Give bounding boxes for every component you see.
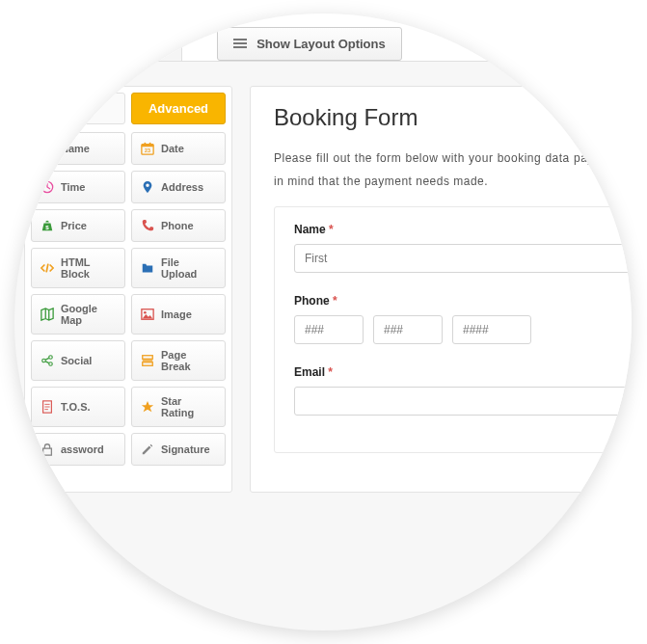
layout-button-label: Show Layout Options	[256, 37, 386, 51]
field-type-address[interactable]: Address	[131, 171, 226, 203]
field-type-label: Phone	[161, 220, 194, 231]
svg-text:$: $	[45, 224, 49, 230]
field-type-label: T.O.S.	[61, 401, 91, 413]
field-type-label: Social	[61, 355, 92, 366]
form-title: Booking Form	[274, 104, 632, 131]
field-type-label: Page Break	[161, 349, 217, 372]
field-type-date[interactable]: 23Date	[131, 132, 226, 165]
field-type-star-rating[interactable]: Star Rating	[131, 387, 226, 427]
field-type-label: Name	[61, 143, 90, 154]
svg-rect-15	[43, 448, 52, 455]
field-type-label: HTML Block	[61, 256, 117, 280]
field-type-phone[interactable]: Phone	[131, 209, 226, 242]
field-email: Email *	[294, 365, 632, 416]
field-phone: Phone *	[294, 294, 632, 344]
svg-rect-12	[143, 356, 153, 360]
top-bar: LD EDIT FIELD Show Layout Options	[14, 13, 632, 62]
field-type-html-block[interactable]: HTML Block	[31, 248, 125, 288]
svg-point-8	[144, 311, 147, 314]
field-type-t-o-s-[interactable]: T.O.S.	[31, 387, 125, 427]
upload-icon	[140, 260, 155, 276]
form-body: Name * Phone * Email *	[274, 206, 632, 453]
svg-point-10	[49, 356, 53, 360]
field-type-label: assword	[61, 443, 104, 455]
phone-label: Phone *	[294, 294, 632, 308]
form-preview: Booking Form Please fill out the form be…	[250, 86, 632, 493]
name-first-input[interactable]	[294, 244, 632, 273]
person-icon	[40, 141, 55, 156]
phone-icon	[140, 218, 155, 233]
star-icon	[140, 399, 155, 415]
field-type-assword[interactable]: assword	[31, 433, 125, 466]
phone-part3-input[interactable]	[452, 315, 531, 344]
price-icon: $	[40, 218, 55, 233]
form-description: Please fill out the form below with your…	[274, 147, 632, 206]
field-type-file-upload[interactable]: File Upload	[131, 248, 226, 288]
palette-subtabs: Basic Advanced	[31, 93, 226, 124]
field-type-label: Address	[161, 181, 203, 193]
field-palette: Basic Advanced Name23DateTimeAddress$Pri…	[24, 86, 232, 493]
image-icon	[140, 307, 155, 322]
email-label: Email *	[294, 365, 632, 379]
svg-point-9	[42, 359, 46, 362]
svg-rect-2	[145, 143, 147, 146]
tab-add-field[interactable]: LD	[24, 22, 77, 61]
field-type-price[interactable]: $Price	[31, 209, 125, 242]
svg-rect-3	[149, 143, 151, 146]
field-type-label: Time	[61, 181, 85, 193]
field-type-label: Google Map	[61, 303, 117, 326]
field-type-label: Date	[161, 143, 184, 154]
phone-part2-input[interactable]	[373, 315, 443, 344]
email-input[interactable]	[294, 387, 632, 416]
pin-icon	[140, 179, 155, 195]
calendar-icon: 23	[140, 141, 155, 156]
field-type-time[interactable]: Time	[31, 171, 125, 203]
field-type-label: File Upload	[161, 256, 217, 280]
subtab-basic[interactable]: Basic	[31, 93, 125, 124]
name-label: Name *	[294, 223, 632, 236]
svg-rect-13	[143, 362, 153, 366]
html-icon	[40, 260, 55, 276]
password-icon	[40, 442, 55, 457]
clock-icon	[40, 179, 55, 195]
tab-edit-field[interactable]: EDIT FIELD	[77, 22, 182, 61]
svg-point-11	[49, 362, 53, 366]
field-type-name[interactable]: Name	[31, 132, 125, 165]
field-type-label: Signature	[161, 443, 210, 455]
field-name: Name *	[294, 223, 632, 273]
tos-icon	[40, 399, 55, 415]
field-type-label: Star Rating	[161, 395, 217, 418]
field-type-label: Image	[161, 309, 192, 320]
field-type-signature[interactable]: Signature	[131, 433, 226, 466]
field-type-google-map[interactable]: Google Map	[31, 294, 125, 335]
field-type-social[interactable]: Social	[31, 340, 125, 381]
field-type-page-break[interactable]: Page Break	[131, 340, 226, 381]
svg-text:23: 23	[145, 148, 150, 153]
hamburger-icon	[233, 39, 247, 49]
phone-part1-input[interactable]	[294, 315, 364, 344]
svg-rect-1	[142, 145, 153, 148]
field-type-image[interactable]: Image	[131, 294, 226, 335]
main-tabs: LD EDIT FIELD	[14, 13, 182, 61]
social-icon	[40, 353, 55, 368]
subtab-advanced[interactable]: Advanced	[131, 93, 226, 124]
pagebreak-icon	[140, 353, 155, 368]
map-icon	[40, 307, 55, 322]
signature-icon	[140, 442, 155, 457]
field-type-label: Price	[61, 220, 87, 231]
show-layout-options-button[interactable]: Show Layout Options	[217, 27, 402, 61]
